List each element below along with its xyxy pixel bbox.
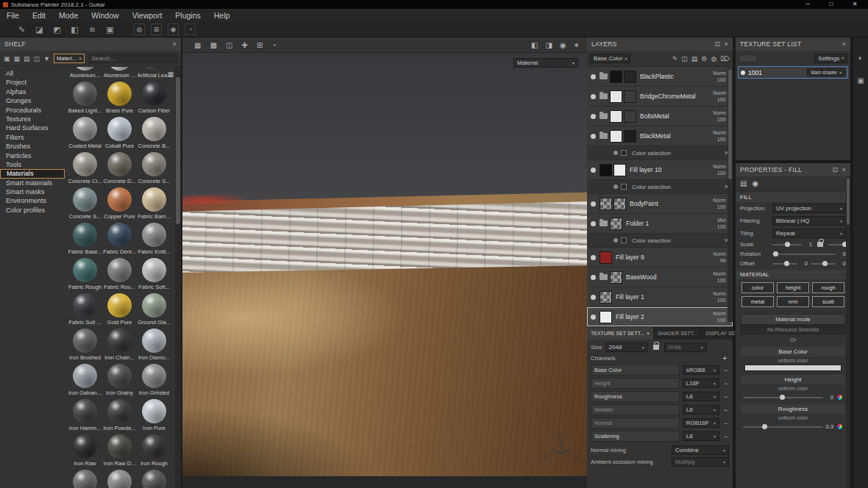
material-sphere[interactable] (107, 117, 132, 141)
channel-name[interactable]: Scattering (591, 431, 680, 442)
visibility-toggle[interactable] (591, 168, 596, 173)
scale-slider-2[interactable] (828, 244, 846, 245)
shelf-category[interactable]: Brushes (0, 142, 65, 151)
visibility-toggle[interactable] (591, 201, 596, 207)
channel-toggle-button[interactable]: metal (741, 296, 774, 307)
layer-mask-thumbnail[interactable] (624, 130, 636, 143)
material-item[interactable]: Iron Raw (68, 434, 102, 470)
material-mode-button[interactable]: Material mode (741, 314, 845, 325)
uv-grid-icon[interactable]: ▦ (194, 41, 201, 49)
material-sphere[interactable] (107, 399, 132, 423)
material-item[interactable]: Concrete D... (102, 152, 137, 187)
texture-set-entry[interactable]: 1001 Main shader (738, 66, 848, 79)
smudge-tool-icon[interactable]: ≋ (87, 25, 98, 35)
channel-toggle-button[interactable]: scatt (812, 296, 844, 307)
slider-knob[interactable] (780, 395, 785, 400)
layer-row[interactable]: Fill layer 10 Norm 100 (587, 160, 733, 180)
material-item[interactable]: Iron Hamm... (68, 399, 102, 434)
menu-item[interactable]: Window (85, 9, 125, 22)
blend-mode-dropdown[interactable]: Norm (713, 251, 729, 256)
symmetry-icon[interactable]: ◫ (226, 41, 232, 49)
paint-tool-icon[interactable]: ✎ (16, 25, 27, 35)
material-sphere[interactable] (73, 152, 97, 176)
folder-icon[interactable]: ▣ (4, 55, 10, 62)
list-view-icon[interactable]: ▤ (24, 55, 30, 62)
visibility-toggle[interactable] (591, 275, 596, 280)
material-sphere[interactable] (73, 470, 97, 488)
material-item[interactable]: Iron Grinded (137, 364, 171, 399)
channel-toggle-button[interactable]: height (777, 282, 809, 293)
shelf-category[interactable]: Smart materials (0, 179, 65, 187)
visibility-toggle[interactable] (591, 74, 596, 79)
filtering-dropdown[interactable]: Bilinear | HQ (772, 216, 846, 226)
material-sphere[interactable] (73, 293, 97, 317)
material-sphere[interactable] (142, 67, 166, 71)
filter-chip[interactable]: Materi... × (54, 54, 85, 63)
channel-toggle-button[interactable]: rough (812, 282, 844, 293)
material-item[interactable]: Aluminium... (68, 67, 102, 82)
shelf-category[interactable]: All (0, 69, 65, 78)
rotation-slider[interactable] (772, 254, 836, 255)
layer-thumbnail[interactable] (610, 110, 622, 123)
delete-layer-icon[interactable]: ⌦ (720, 55, 730, 62)
add-fill-layer-icon[interactable]: ▤ (691, 55, 698, 62)
minimize-button[interactable]: ─ (797, 0, 818, 9)
add-effect-icon[interactable]: ✎ (672, 55, 678, 62)
remove-channel-button[interactable] (722, 433, 729, 440)
viewport-canvas[interactable]: Material Y Z X (182, 53, 587, 476)
layer-thumbnail[interactable] (600, 291, 612, 304)
close-panel-icon[interactable]: × (842, 167, 846, 173)
viewport-material-dropdown[interactable]: Material (513, 58, 578, 68)
shelf-category[interactable]: Materials (0, 169, 65, 178)
texture-set-visibility-toggle[interactable] (741, 71, 745, 75)
viewport-3d[interactable]: ▦▩◫✚⊞◔ ◧◨◉✶ Material Y Z X (182, 37, 587, 488)
resource-drop-area[interactable]: No Resource Selected (741, 325, 845, 334)
material-sphere[interactable] (107, 434, 132, 459)
layer-row[interactable]: Color selection (587, 234, 733, 248)
blend-mode-dropdown[interactable]: Norm (713, 110, 729, 115)
size-dropdown[interactable]: 2048 (605, 342, 648, 352)
visibility-toggle[interactable] (591, 94, 596, 99)
material-item[interactable]: Fabric Rou... (102, 258, 137, 293)
layer-thumbnail[interactable] (600, 251, 612, 264)
material-sphere[interactable] (142, 293, 166, 317)
roughness-slider[interactable] (743, 426, 823, 428)
color-picker-icon[interactable] (836, 394, 843, 401)
layer-row[interactable]: BlackPlastic Norm 100 (587, 67, 733, 87)
blend-mode-dropdown[interactable]: Norm (713, 130, 729, 135)
layer-row[interactable]: Fill layer 1 Norm 100 (587, 287, 733, 307)
slider-knob[interactable] (822, 261, 828, 266)
camera-icon[interactable]: ◉ (560, 41, 566, 49)
material-sphere[interactable] (107, 364, 132, 388)
material-item[interactable]: Iron Rough (137, 434, 171, 470)
layer-mask-thumbnail[interactable] (624, 110, 636, 123)
material-sphere[interactable] (73, 364, 97, 388)
collapse-panel-icon[interactable]: ⊡ (833, 167, 839, 173)
size-locked-dropdown[interactable]: 2048 (664, 342, 707, 352)
material-item[interactable]: Aluminium ... (102, 67, 137, 82)
remove-channel-button[interactable] (722, 380, 729, 387)
layer-row[interactable]: BaseWood Norm 100 (587, 268, 733, 287)
blend-mode-dropdown[interactable]: Norm (713, 291, 729, 296)
material-sphere[interactable] (142, 223, 166, 247)
polygon-fill-tool-icon[interactable]: ◧ (69, 25, 80, 35)
mask-checkbox[interactable] (621, 150, 627, 156)
shelf-scrollbar[interactable] (175, 67, 181, 488)
layer-row[interactable]: Fill layer 2 Norm 100 (587, 307, 733, 327)
height-slider[interactable] (743, 397, 823, 398)
material-item[interactable]: Coated Metal (68, 117, 102, 152)
slider-knob[interactable] (785, 242, 790, 247)
channel-name[interactable]: Height (591, 378, 680, 389)
blend-mode-dropdown[interactable]: Norm (713, 311, 729, 316)
menu-item[interactable]: File (0, 9, 26, 22)
slider-knob[interactable] (773, 251, 778, 256)
material-sphere[interactable] (142, 434, 166, 459)
shelf-category[interactable]: Hard Surfaces (0, 123, 65, 132)
symmetry-icon[interactable]: ⊞ (151, 24, 162, 35)
blend-mode-dropdown[interactable]: Norm (713, 90, 729, 96)
close-panel-icon[interactable]: × (842, 41, 846, 48)
axis-gizmo[interactable]: Y Z X (546, 432, 577, 460)
tablet-pressure-icon[interactable]: ◉ (168, 24, 179, 35)
visibility-toggle[interactable] (591, 255, 596, 260)
layer-thumbnail[interactable] (610, 218, 622, 230)
